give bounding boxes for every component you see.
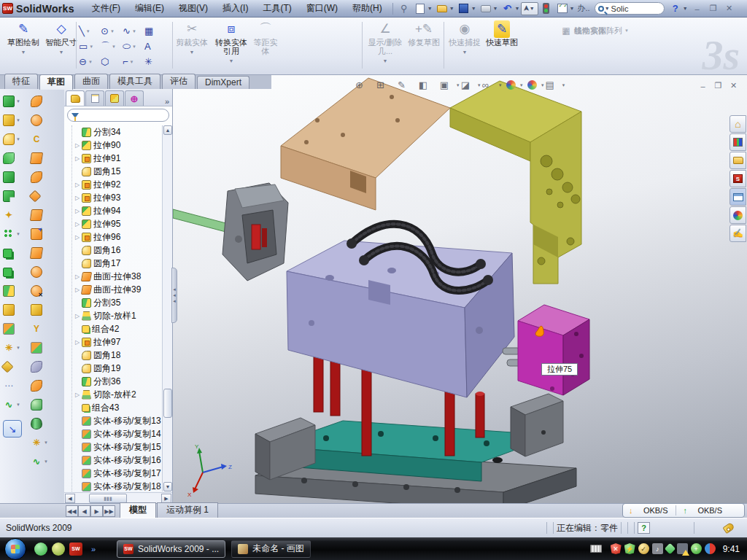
toolbar-icon[interactable] (31, 266, 42, 278)
expand-arrow-icon[interactable]: ▷ (75, 142, 82, 149)
repair-sketch-button[interactable]: +✎ 修复草图 (407, 20, 441, 47)
configuration-manager-tab[interactable] (105, 90, 124, 106)
toolbar-icon[interactable] (31, 228, 42, 240)
tree-item[interactable]: ▷ 曲面-拉伸39 (75, 283, 162, 296)
sketch-entity-button[interactable]: ▦▼ (144, 23, 166, 39)
save-button[interactable] (457, 2, 471, 15)
scroll-thumb[interactable] (163, 389, 172, 418)
toolbar-icon[interactable] (30, 209, 43, 221)
pin-icon[interactable]: ⚲ (397, 2, 411, 15)
panel-overflow-button[interactable]: » (165, 97, 169, 106)
toolbar-icon[interactable] (31, 361, 42, 373)
close-button[interactable]: ✕ (723, 3, 736, 15)
doc-minimize-button[interactable]: – (695, 79, 711, 92)
sketch-entity-button[interactable]: A▼ (144, 39, 166, 54)
new-document-button[interactable] (413, 2, 427, 15)
toolbar-icon[interactable] (1, 361, 14, 373)
expand-arrow-icon[interactable]: ▷ (75, 221, 82, 228)
tree-item[interactable]: ▷ 拉伸95 (75, 217, 162, 230)
study-tab[interactable]: 运动算例 1 (157, 502, 218, 518)
tree-item[interactable]: ▷ 拉伸93 (75, 191, 162, 204)
command-manager-tab[interactable]: DimXpert (197, 76, 249, 89)
search-input[interactable]: Solic (611, 4, 629, 13)
tree-item[interactable]: ▷ 拉伸91 (75, 152, 162, 165)
menu-item[interactable]: 工具(T) (255, 0, 298, 17)
command-manager-tab[interactable]: 曲面 (74, 74, 108, 89)
toolbar-icon[interactable] (3, 268, 12, 277)
tree-item[interactable]: ▷ 实体-移动/复制16 (75, 454, 162, 467)
toolbar-icon[interactable] (31, 399, 42, 411)
expand-arrow-icon[interactable]: ▷ (75, 313, 82, 319)
quick-snaps-button[interactable]: ◉ 快速捕捉▼ (448, 20, 481, 57)
open-button[interactable] (435, 2, 449, 15)
panel-splitter-handle[interactable]: ◂◂◂ (171, 268, 177, 323)
tree-item[interactable]: ▷ 圆角18 (75, 349, 162, 362)
tree-item[interactable]: ▷ 拉伸92 (75, 178, 162, 191)
study-nav-button[interactable]: ◀◀ (66, 505, 78, 517)
quick-tips-button[interactable]: ? (638, 522, 650, 534)
tree-item[interactable]: ▷ 组合42 (75, 322, 162, 335)
hud-view-icon[interactable]: ✎ (398, 78, 413, 92)
task-pane-button[interactable]: ✍ (729, 225, 746, 242)
toolbar-icon[interactable] (3, 323, 15, 335)
rapid-sketch-button[interactable]: ✎ 快速草图 (484, 20, 519, 47)
scroll-down-arrow[interactable]: ▼ (163, 482, 172, 491)
tree-horizontal-scrollbar[interactable]: ◀ ▮▮▮ ▶ (64, 492, 172, 503)
property-manager-tab[interactable] (85, 90, 104, 106)
tree-item[interactable]: ▷ 圆角16 (75, 244, 162, 257)
toolbar-icon[interactable] (3, 249, 12, 258)
input-method-icon[interactable] (590, 545, 602, 553)
offset-entities-button[interactable]: ⌒ 等距实体 (251, 20, 280, 55)
menu-item[interactable]: 窗口(W) (299, 0, 345, 17)
taskbar-window-button[interactable]: 未命名 - 画图 (231, 540, 311, 558)
toolbar-icon[interactable]: ✦ (3, 209, 15, 221)
menu-item[interactable]: 帮助(H) (345, 0, 390, 17)
study-nav-button[interactable]: ◀ (78, 505, 90, 517)
tree-item[interactable]: ▷ 组合43 (75, 401, 162, 414)
tree-item[interactable]: ▷ 曲面-拉伸38 (75, 270, 162, 283)
toolbar-icon[interactable] (31, 304, 42, 316)
tree-item[interactable]: ▷ 圆角17 (75, 257, 162, 270)
taskbar-window-button[interactable]: SW SolidWorks 2009 - ... (117, 540, 225, 558)
help-button[interactable]: ? (668, 2, 683, 15)
expand-arrow-icon[interactable]: ▷ (75, 234, 82, 241)
sketch-entity-button[interactable]: ▭▼ (79, 39, 101, 54)
toolbar-icon[interactable] (30, 247, 43, 259)
measure-tool-button[interactable]: ↘ (3, 416, 22, 438)
command-manager-tab[interactable]: 评估 (162, 74, 196, 89)
graphics-viewport[interactable]: Y Z X ⊕ ▼ ⊞ ▼ ✎ ▼ ◧ ▼ (173, 75, 747, 503)
toolbar-icon[interactable] (31, 380, 42, 392)
doc-close-button[interactable]: ✕ (726, 79, 741, 92)
expand-arrow-icon[interactable]: ▷ (75, 195, 82, 201)
tray-icon[interactable] (664, 543, 676, 555)
tray-icon[interactable]: ⚡ (624, 543, 635, 554)
dimxpert-manager-tab[interactable]: ⊕ (125, 90, 144, 106)
sketch-entity-button[interactable]: ⊙▼ (101, 23, 123, 39)
scroll-left-arrow[interactable]: ◀ (65, 494, 75, 503)
tree-item[interactable]: ▷ 实体-移动/复制17 (75, 467, 162, 480)
tree-item[interactable]: ▷ 分割36 (75, 375, 162, 388)
network-speed-widget[interactable]: ↓ OKB/S ↑ OKB/S (622, 503, 745, 518)
command-manager-tab[interactable]: 特征 (4, 74, 38, 89)
scroll-thumb[interactable]: ▮▮▮ (89, 494, 127, 503)
toolbar-icon[interactable] (29, 190, 42, 203)
toolbar-icon[interactable] (3, 133, 15, 145)
tree-item[interactable]: ▷ 实体-移动/复制13 (75, 414, 162, 427)
tray-icon[interactable]: ✓ (638, 543, 649, 554)
menu-item[interactable]: 视图(V) (171, 0, 215, 17)
tree-item[interactable]: ▷ 分割34 (75, 125, 162, 139)
task-pane-button[interactable] (729, 152, 746, 169)
tree-item[interactable]: ▷ 分割35 (75, 296, 162, 309)
hud-view-icon[interactable]: ▤ (546, 78, 561, 92)
convert-entities-button[interactable]: ⧈ 转换实体引用▼ (212, 20, 251, 66)
menu-item[interactable]: 插入(I) (215, 0, 255, 17)
toolbar-icon[interactable] (30, 152, 43, 164)
sketch-entity-button[interactable]: ⬭▼ (123, 39, 144, 54)
task-pane-button[interactable]: S (729, 170, 746, 187)
study-nav-button[interactable]: ▶ (90, 505, 103, 517)
quick-launch-icon[interactable] (34, 542, 47, 556)
sketch-entity-button[interactable]: ∿▼ (123, 23, 144, 39)
sketch-entity-button[interactable]: ⌐▼ (123, 54, 144, 69)
tray-icon[interactable]: + (691, 543, 702, 554)
quick-launch-icon[interactable] (52, 542, 65, 556)
